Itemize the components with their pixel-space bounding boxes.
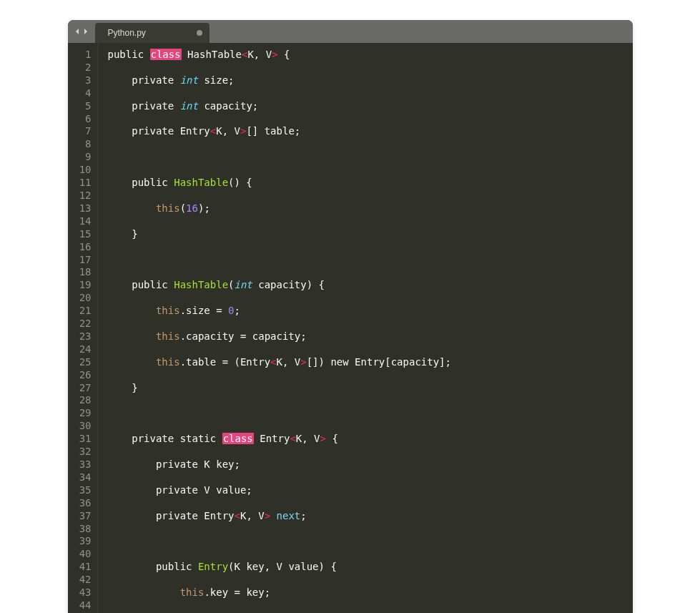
- editor-window: Python.py 123456789101112131415161718192…: [68, 20, 633, 613]
- code-line: this.size = 0;: [108, 305, 633, 318]
- code-line: [108, 266, 633, 279]
- line-number: 29: [75, 407, 92, 420]
- code-line: [108, 548, 633, 561]
- line-number: 23: [75, 330, 92, 343]
- line-number: 7: [75, 125, 92, 138]
- line-number: 28: [75, 394, 92, 407]
- line-number: 35: [75, 484, 92, 497]
- code-line: [108, 535, 633, 548]
- code-line: [108, 151, 633, 164]
- code-line: private V value;: [108, 484, 633, 497]
- line-number: 19: [75, 279, 92, 292]
- line-number: 2: [75, 62, 92, 74]
- code-line: [108, 164, 633, 177]
- code-line: [108, 574, 633, 587]
- code-line: [108, 343, 633, 356]
- line-number: 12: [75, 190, 92, 202]
- code-line: }: [108, 228, 633, 241]
- code-line: private K key;: [108, 458, 633, 471]
- code-line: [108, 523, 633, 536]
- code-line: [108, 446, 633, 458]
- line-number: 8: [75, 138, 92, 151]
- code-line: [108, 292, 633, 305]
- code-line: this(16);: [108, 202, 633, 215]
- editor-body: 1234567891011121314151617181920212223242…: [68, 43, 633, 613]
- line-number: 3: [75, 74, 92, 87]
- line-number: 30: [75, 420, 92, 433]
- line-number: 34: [75, 471, 92, 484]
- line-number: 5: [75, 100, 92, 113]
- tab-modified-indicator-icon: [197, 30, 202, 36]
- code-line: public Entry(K key, V value) {: [108, 561, 633, 574]
- line-number: 42: [75, 574, 92, 587]
- code-line: [108, 497, 633, 510]
- line-number: 44: [75, 599, 92, 612]
- code-line: [108, 113, 633, 126]
- tab-title: Python.py: [108, 28, 146, 38]
- line-number: 22: [75, 318, 92, 330]
- line-number: 9: [75, 151, 92, 164]
- line-number: 1: [75, 49, 92, 62]
- line-number: 32: [75, 446, 92, 458]
- file-tab[interactable]: Python.py: [95, 23, 209, 43]
- code-line: public class HashTable<K, V> {: [108, 49, 633, 62]
- line-number: 43: [75, 587, 92, 599]
- code-line: [108, 369, 633, 382]
- line-number: 14: [75, 215, 92, 228]
- code-line: this.capacity = capacity;: [108, 330, 633, 343]
- code-line: [108, 599, 633, 612]
- code-line: }: [108, 382, 633, 395]
- code-line: [108, 87, 633, 100]
- code-line: [108, 62, 633, 74]
- code-line: private Entry<K, V> next;: [108, 510, 633, 523]
- code-line: [108, 407, 633, 420]
- code-line: private static class Entry<K, V> {: [108, 433, 633, 446]
- code-area[interactable]: public class HashTable<K, V> { private i…: [98, 43, 633, 613]
- line-number: 37: [75, 510, 92, 523]
- line-number: 11: [75, 177, 92, 190]
- line-number: 38: [75, 523, 92, 536]
- line-number: 25: [75, 356, 92, 369]
- line-number: 21: [75, 305, 92, 318]
- line-number: 10: [75, 164, 92, 177]
- line-number: 6: [75, 113, 92, 126]
- code-line: public HashTable(int capacity) {: [108, 279, 633, 292]
- code-line: [108, 190, 633, 202]
- tab-nav-arrows: [68, 20, 95, 43]
- code-line: this.key = key;: [108, 587, 633, 599]
- code-line: private Entry<K, V>[] table;: [108, 125, 633, 138]
- line-number: 41: [75, 561, 92, 574]
- code-line: [108, 138, 633, 151]
- line-number: 36: [75, 497, 92, 510]
- title-bar: Python.py: [68, 20, 633, 43]
- code-line: this.table = (Entry<K, V>[]) new Entry[c…: [108, 356, 633, 369]
- code-line: [108, 215, 633, 228]
- code-line: [108, 241, 633, 254]
- nav-forward-icon[interactable]: [82, 28, 89, 35]
- line-number: 40: [75, 548, 92, 561]
- line-number: 31: [75, 433, 92, 446]
- line-number: 15: [75, 228, 92, 241]
- line-number-gutter: 1234567891011121314151617181920212223242…: [68, 43, 98, 613]
- line-number: 13: [75, 202, 92, 215]
- code-line: [108, 394, 633, 407]
- code-line: [108, 254, 633, 267]
- code-line: [108, 318, 633, 330]
- line-number: 33: [75, 458, 92, 471]
- code-line: public HashTable() {: [108, 177, 633, 190]
- code-line: private int size;: [108, 74, 633, 87]
- code-line: [108, 420, 633, 433]
- line-number: 20: [75, 292, 92, 305]
- line-number: 17: [75, 254, 92, 267]
- code-line: private int capacity;: [108, 100, 633, 113]
- line-number: 24: [75, 343, 92, 356]
- line-number: 26: [75, 369, 92, 382]
- code-line: [108, 471, 633, 484]
- line-number: 16: [75, 241, 92, 254]
- line-number: 39: [75, 535, 92, 548]
- line-number: 4: [75, 87, 92, 100]
- nav-back-icon[interactable]: [74, 28, 81, 35]
- line-number: 27: [75, 382, 92, 395]
- line-number: 18: [75, 266, 92, 279]
